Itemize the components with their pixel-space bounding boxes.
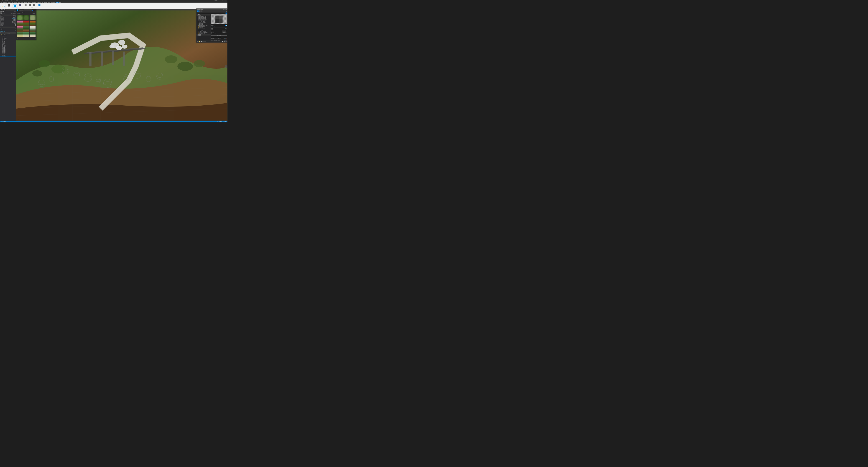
veg-item-1[interactable] — [17, 15, 23, 20]
veg-item-9[interactable] — [30, 26, 36, 32]
vray-cube-btn[interactable]: ▣ — [199, 10, 200, 12]
ribbon-new[interactable]: 📄 — [0, 5, 2, 7]
vray-opts-btn[interactable]: ⚙ — [225, 41, 227, 42]
vray-close-btn[interactable]: ✕ — [226, 9, 227, 10]
minimize-button[interactable]: ─ — [218, 0, 221, 2]
menu-steel[interactable]: Steel — [11, 2, 14, 3]
orientation-select[interactable]: World Up Normal — [222, 32, 226, 33]
close-button[interactable]: ✕ — [224, 0, 227, 2]
density-input[interactable]: 1 — [222, 28, 225, 29]
menu-systems[interactable]: Systems — [17, 2, 21, 3]
sort-btn[interactable]: Newest ▾ ↓ — [33, 13, 35, 14]
cosmos-user-btn[interactable]: 👤 — [32, 9, 33, 10]
veg-item-12[interactable] — [30, 32, 36, 37]
cosmos-close-btn[interactable]: ✕ — [35, 9, 36, 10]
settings-btn[interactable]: ⚙ Settings — [29, 4, 31, 7]
veg-item-5[interactable] — [23, 21, 29, 26]
scatter-toggle[interactable] — [225, 25, 227, 26]
crop-region-checkbox[interactable] — [15, 29, 16, 29]
menu-view[interactable]: View — [41, 2, 44, 3]
menu-massing[interactable]: Massing & Site — [31, 2, 36, 3]
zoom-out-btn[interactable]: − — [225, 66, 227, 68]
vray-minimize-btn[interactable]: ─ — [223, 9, 224, 10]
show-grids-checkbox[interactable] — [15, 24, 16, 25]
vray-refresh-btn[interactable]: ↻ — [197, 41, 198, 42]
vray-merge-btn[interactable]: ⊞ — [204, 41, 206, 42]
menu-file[interactable]: File — [0, 2, 2, 3]
menu-manage[interactable]: Manage — [44, 2, 48, 3]
graphic-display-edit-btn[interactable]: Edit... — [13, 20, 16, 21]
preview-expand-icon[interactable]: ⤢ — [226, 14, 227, 15]
vray-delete-btn[interactable]: 🗑 — [202, 41, 204, 42]
ribbon-open[interactable]: 📂 — [2, 5, 3, 7]
properties-type-btn[interactable]: ▾ — [14, 11, 16, 12]
menu-analyze[interactable]: Analyze — [28, 2, 31, 3]
guest-3-delete-btn[interactable]: ✕ — [226, 40, 227, 40]
edit-type-btn[interactable]: Edit Type — [12, 13, 16, 14]
veg-search-input[interactable] — [24, 9, 32, 11]
cosmos-minimize-btn[interactable]: ─ — [34, 9, 35, 10]
menu-environment[interactable]: Environment — [51, 2, 56, 3]
view-dropdown-btn[interactable]: ▾ — [11, 13, 12, 14]
restore-button[interactable]: □ — [221, 0, 224, 2]
mat-dot-6 — [198, 21, 198, 22]
new-hotfix-btn[interactable]: ? New Hotfix Help — [37, 4, 42, 7]
veg-item-3[interactable] — [30, 15, 36, 20]
vray-restore-btn[interactable]: □ — [224, 9, 225, 10]
veg-item-7[interactable] — [17, 26, 23, 32]
menu-addins[interactable]: Add-Ins — [48, 2, 51, 3]
tab-3d-view[interactable]: 3D View: {3D} — [0, 9, 6, 10]
breadcrumb-parent[interactable]: 3D Models — [18, 11, 21, 12]
guest-2-delete-btn[interactable]: ✕ — [226, 38, 227, 39]
seed-input[interactable]: 1 — [223, 29, 226, 30]
veg-item-10[interactable] — [17, 32, 23, 37]
breadcrumb-current: Vegetation — [22, 11, 25, 12]
menu-vray[interactable]: V-Ray — [56, 2, 59, 3]
preview-rotate-icon[interactable]: ↻ — [211, 19, 212, 20]
view-specific-btn[interactable]: 🔲 View Specific Settings — [31, 4, 37, 7]
render-btn[interactable]: 🎬 Render Render Production — [6, 4, 11, 8]
veg-item-6[interactable] — [30, 21, 36, 26]
veg-item-8[interactable] — [23, 26, 29, 32]
ribbon-save[interactable]: 💾 — [4, 5, 5, 7]
vray-search-clear-btn[interactable]: ✕ — [226, 12, 227, 14]
menu-structure[interactable]: Structure — [7, 2, 11, 3]
menu-modify[interactable]: Modify — [59, 2, 62, 3]
vray-next-btn[interactable]: ▶ — [224, 41, 225, 42]
exposure-btn[interactable]: ☀ Exposure Value: 14.0 — [23, 4, 28, 7]
vray-prev-btn[interactable]: ◀ — [222, 41, 223, 42]
properties-help-link[interactable]: Properties help — [0, 31, 5, 32]
visibility-edit-btn[interactable]: Edit... — [13, 19, 16, 20]
annotation-crop-checkbox[interactable] — [15, 30, 16, 30]
list-view-btn[interactable]: ☰ — [35, 38, 35, 39]
vray-grid-btn[interactable]: ⊞ — [201, 10, 203, 12]
vegetation-tab[interactable]: Vegetation ✕ — [19, 9, 24, 10]
vray-sphere-btn[interactable]: ⬤ — [197, 10, 198, 12]
guest-1-delete-btn[interactable]: ✕ — [226, 37, 227, 38]
geometries-untagged-header[interactable]: ▼ Untagged — [196, 35, 211, 36]
veg-item-4[interactable] — [17, 21, 23, 26]
cosmos-more-btn[interactable]: ⋯ — [33, 9, 34, 10]
veg-item-2[interactable] — [23, 15, 29, 20]
vray-settings-icon-btn[interactable]: ⚙ — [226, 11, 227, 12]
sun-path-checkbox[interactable] — [15, 25, 16, 26]
menu-precast[interactable]: Precast — [14, 2, 17, 3]
veg-item-11[interactable] — [23, 32, 29, 37]
chaos-cosmos-btn[interactable]: C Chaos Cosmos — [13, 4, 17, 7]
menu-annotate[interactable]: Annotate — [24, 2, 28, 3]
menu-collaborate[interactable]: Collaborate — [37, 2, 41, 3]
parts-visibility-value[interactable]: Show Original — [12, 18, 16, 19]
zoom-in-btn[interactable]: + — [225, 65, 227, 66]
tree-3dview10[interactable]: 3D View 10 — [0, 56, 16, 57]
add-guests-btn[interactable]: Add Guests — [211, 35, 227, 36]
vray-folder-btn[interactable]: 📁 — [199, 41, 200, 42]
crop-view-checkbox[interactable] — [15, 28, 16, 28]
menu-insert[interactable]: Insert — [21, 2, 24, 3]
place-decal-btn[interactable]: 🖼 Place Decal — [18, 4, 22, 7]
menu-architecture[interactable]: Architecture — [2, 2, 7, 3]
vray-search-input[interactable] — [197, 12, 226, 14]
vray-save-btn[interactable]: 💾 — [200, 41, 202, 42]
axis-filter-select[interactable]: Facing Up All — [222, 31, 226, 32]
veg-tab-close[interactable]: ✕ — [23, 10, 23, 10]
filters-button[interactable]: ⧉ Filters — [17, 38, 19, 39]
